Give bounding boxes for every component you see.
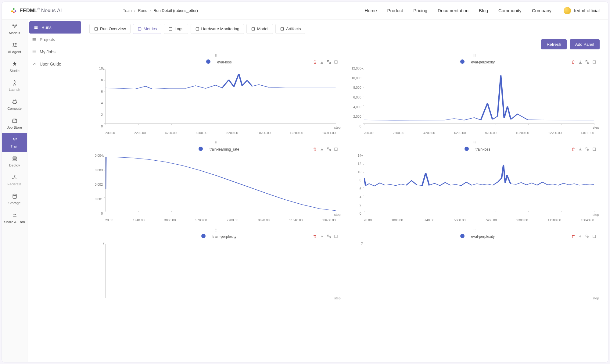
rail-train[interactable]: Train — [2, 133, 27, 152]
tab-metrics[interactable]: Metrics — [133, 24, 162, 34]
tab-artifacts[interactable]: Artifacts — [275, 24, 306, 34]
nav-blog[interactable]: Blog — [479, 8, 488, 13]
reset-icon[interactable] — [592, 234, 597, 239]
reset-icon[interactable] — [334, 147, 338, 152]
rail-storage[interactable]: Storage — [2, 190, 27, 209]
jobstore-icon — [12, 118, 18, 124]
svg-rect-37 — [587, 149, 589, 151]
chart-panels: ⠿eval-lossy1086420step200.002200.004200.… — [83, 52, 608, 315]
delete-icon[interactable] — [313, 234, 317, 239]
main-content: Run OverviewMetricsLogsHardware Monitori… — [83, 20, 608, 362]
zoom-icon[interactable] — [585, 147, 590, 152]
download-icon[interactable] — [578, 234, 583, 239]
rail-deploy[interactable]: Deploy — [2, 152, 27, 171]
svg-rect-11 — [13, 100, 16, 103]
drag-handle-icon[interactable]: ⠿ — [350, 228, 600, 233]
rail-federate[interactable]: Federate — [2, 171, 27, 190]
reset-icon[interactable] — [334, 234, 338, 239]
delete-icon[interactable] — [571, 147, 576, 152]
series-marker-icon — [206, 59, 210, 64]
menu-icon — [32, 37, 37, 42]
panel-actions: Refresh Add Panel — [83, 34, 608, 52]
zoom-icon[interactable] — [327, 234, 331, 239]
download-icon[interactable] — [578, 147, 583, 152]
rail-models[interactable]: Models — [2, 20, 27, 38]
x-axis-label: step — [593, 126, 599, 129]
chart-legend: train-learning_rate — [92, 147, 341, 152]
delete-icon[interactable] — [313, 60, 317, 64]
drag-handle-icon[interactable]: ⠿ — [92, 54, 341, 58]
svg-point-6 — [14, 27, 15, 28]
tab-icon — [251, 27, 255, 31]
tab-run-overview[interactable]: Run Overview — [89, 24, 131, 34]
chart-tools — [571, 147, 597, 152]
reset-icon[interactable] — [334, 60, 338, 64]
nav-documentation[interactable]: Documentation — [438, 8, 468, 13]
rail-nav: ModelsAI AgentStudioLaunchComputeJob Sto… — [2, 20, 27, 362]
drag-handle-icon[interactable]: ⠿ — [350, 54, 600, 58]
subnav-user-guide[interactable]: User Guide — [27, 58, 83, 70]
tab-icon — [195, 27, 199, 31]
download-icon[interactable] — [320, 234, 324, 239]
download-icon[interactable] — [578, 60, 583, 64]
svg-point-2 — [15, 10, 16, 12]
rail-launch[interactable]: Launch — [2, 76, 27, 95]
user-menu[interactable]: fedml-official — [564, 7, 600, 14]
svg-rect-44 — [593, 235, 596, 238]
tab-icon — [168, 27, 173, 31]
tab-logs[interactable]: Logs — [164, 24, 188, 34]
delete-icon[interactable] — [571, 60, 576, 64]
drag-handle-icon[interactable]: ⠿ — [92, 141, 341, 145]
series-marker-icon — [199, 147, 203, 151]
rail-ai-agent[interactable]: AI Agent — [2, 38, 27, 57]
svg-point-9 — [13, 46, 14, 47]
zoom-icon[interactable] — [327, 147, 331, 152]
crumb-current: Run Detail (rubens_otter) — [153, 8, 198, 13]
add-panel-button[interactable]: Add Panel — [570, 39, 600, 49]
avatar-icon — [564, 7, 571, 14]
svg-rect-34 — [329, 149, 330, 151]
drag-handle-icon[interactable]: ⠿ — [350, 141, 600, 145]
rail-studio[interactable]: Studio — [2, 57, 27, 76]
subnav-projects[interactable]: Projects — [27, 34, 83, 46]
crumb-runs[interactable]: Runs — [138, 8, 147, 13]
tab-hardware-monitoring[interactable]: Hardware Monitoring — [191, 24, 244, 34]
subnav-my-jobs[interactable]: My Jobs — [27, 46, 83, 58]
nav-community[interactable]: Community — [498, 8, 522, 13]
zoom-icon[interactable] — [585, 60, 590, 64]
svg-point-1 — [11, 10, 13, 12]
brand[interactable]: FEDML® Nexus AI — [10, 7, 62, 14]
delete-icon[interactable] — [313, 147, 317, 152]
chart-panel-train-loss: ⠿train-lossy14121086420step20.001880.003… — [350, 140, 600, 225]
crumb-train[interactable]: Train — [123, 8, 132, 13]
download-icon[interactable] — [320, 60, 324, 64]
refresh-button[interactable]: Refresh — [541, 39, 566, 49]
svg-rect-41 — [335, 235, 337, 238]
svg-rect-30 — [586, 61, 587, 62]
subnav-runs[interactable]: Runs — [29, 21, 81, 34]
rail-job-store[interactable]: Job Store — [2, 114, 27, 133]
reset-icon[interactable] — [592, 147, 597, 152]
rail-compute[interactable]: Compute — [2, 95, 27, 114]
drag-handle-icon[interactable]: ⠿ — [92, 228, 341, 233]
rail-share-earn[interactable]: Share & Earn — [2, 209, 27, 227]
tab-model[interactable]: Model — [246, 24, 273, 34]
nav-home[interactable]: Home — [365, 8, 377, 13]
svg-rect-21 — [95, 27, 97, 30]
nav-pricing[interactable]: Pricing — [413, 8, 427, 13]
svg-rect-28 — [329, 62, 330, 63]
username: fedml-official — [574, 8, 600, 13]
chart-panel-eval-loss: ⠿eval-lossy1086420step200.002200.004200.… — [92, 52, 341, 138]
delete-icon[interactable] — [571, 234, 576, 239]
compute-icon — [12, 99, 18, 105]
nav-company[interactable]: Company — [532, 8, 551, 13]
train-icon — [12, 137, 18, 143]
zoom-icon[interactable] — [585, 234, 590, 239]
reset-icon[interactable] — [592, 60, 597, 64]
download-icon[interactable] — [320, 147, 324, 152]
svg-rect-27 — [327, 61, 328, 62]
nav-product[interactable]: Product — [387, 8, 403, 13]
svg-rect-35 — [335, 148, 337, 151]
chart-legend: eval-perplexity — [350, 234, 600, 239]
zoom-icon[interactable] — [327, 60, 331, 64]
